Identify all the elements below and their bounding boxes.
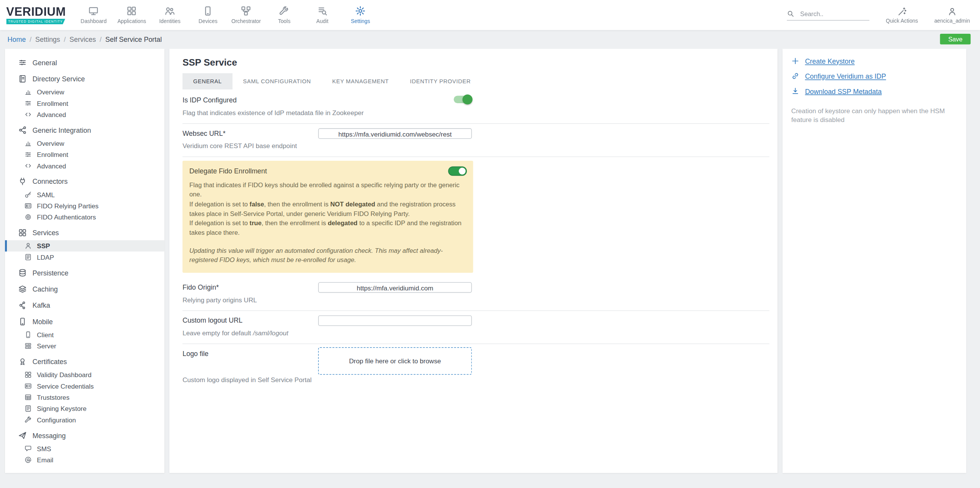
sidebar-item-truststores[interactable]: Truststores	[5, 392, 164, 403]
sidebar-item-general[interactable]: General	[5, 56, 164, 69]
sidebar-item-label: SSP	[37, 242, 50, 250]
action-links: Create KeystoreConfigure Veridium as IDP…	[791, 57, 958, 95]
breadcrumb-item-home[interactable]: Home	[8, 36, 26, 43]
dropzone-label: Drop file here or click to browse	[349, 358, 441, 365]
gear-icon	[355, 6, 366, 16]
link-create-keystore[interactable]: Create Keystore	[791, 57, 958, 65]
sidebar-item-ssp[interactable]: SSP	[5, 240, 164, 251]
nav-item-identities[interactable]: Identities	[151, 6, 189, 25]
phone-icon	[18, 317, 27, 326]
nav-item-label: Tools	[278, 18, 290, 24]
fido-origin-input[interactable]	[318, 282, 472, 293]
sidebar-item-overview[interactable]: Overview	[5, 138, 164, 149]
sidebar-item-connectors[interactable]: Connectors	[5, 175, 164, 188]
content: GeneralDirectory ServiceOverviewEnrollme…	[0, 49, 980, 473]
ssp-general-form: Is IDP Configured Flag that indicates ex…	[169, 91, 778, 398]
user-menu[interactable]: aencica_admin	[934, 7, 970, 23]
search-input[interactable]	[799, 10, 864, 18]
websec-url-input[interactable]	[318, 128, 472, 139]
sidebar-item-mobile[interactable]: Mobile	[5, 315, 164, 328]
sidebar-item-saml[interactable]: SAML	[5, 189, 164, 200]
layers-icon	[18, 285, 27, 293]
field-websec-url: Websec URL* Veridium core REST API base …	[182, 124, 769, 157]
grid-icon	[126, 6, 137, 16]
sidebar-item-enrollment[interactable]: Enrollment	[5, 149, 164, 160]
tab-key-management[interactable]: KEY MANAGEMENT	[322, 73, 399, 89]
table-icon	[25, 394, 32, 401]
grid-icon	[18, 228, 27, 237]
sidebar-item-ldap[interactable]: LDAP	[5, 252, 164, 263]
logo-tagline: TRUSTED DIGITAL IDENTITY	[6, 19, 65, 25]
chat-icon	[25, 445, 32, 452]
save-button[interactable]: Save	[940, 34, 971, 45]
nav-item-devices[interactable]: Devices	[189, 6, 227, 25]
tab-identity-provider[interactable]: IDENTITY PROVIDER	[399, 73, 481, 89]
sidebar-item-client[interactable]: Client	[5, 329, 164, 340]
breadcrumb-item-services[interactable]: Services	[69, 36, 96, 43]
sidebar-item-validity-dashboard[interactable]: Validity Dashboard	[5, 369, 164, 380]
sidebar-item-label: SAML	[37, 191, 55, 198]
field-description: Leave empty for default /saml/logout	[182, 329, 769, 337]
sidebar-item-directory-service[interactable]: Directory Service	[5, 73, 164, 85]
sidebar-item-label: Truststores	[37, 394, 69, 401]
sidebar-item-signing-keystore[interactable]: Signing Keystore	[5, 403, 164, 414]
is-idp-configured-toggle[interactable]	[454, 96, 472, 104]
sidebar-item-generic-integration[interactable]: Generic Integration	[5, 124, 164, 137]
veridium-logo[interactable]: VERIDIUM TRUSTED DIGITAL IDENTITY	[6, 6, 66, 24]
link-download-ssp-metadata[interactable]: Download SSP Metadata	[791, 87, 958, 95]
sidebar-item-label: Advanced	[37, 111, 66, 119]
sidebar-item-server[interactable]: Server	[5, 340, 164, 351]
field-label: Delegate Fido Enrollment	[189, 167, 469, 175]
sidebar-item-fido-authenticators[interactable]: FIDO Authenticators	[5, 211, 164, 223]
page: VERIDIUM TRUSTED DIGITAL IDENTITY Dashbo…	[0, 0, 980, 488]
nav-item-label: Orchestrator	[231, 18, 261, 24]
field-description: Flag that indicates existence of IdP met…	[182, 109, 769, 117]
nav-item-audit[interactable]: Audit	[303, 6, 341, 25]
nav-item-dashboard[interactable]: Dashboard	[75, 6, 113, 25]
sidebar-item-kafka[interactable]: Kafka	[5, 299, 164, 312]
book-icon	[18, 74, 27, 83]
sidebar-item-advanced[interactable]: Advanced	[5, 160, 164, 171]
nav-item-label: Dashboard	[80, 18, 107, 24]
delegate-fido-toggle[interactable]	[448, 167, 467, 176]
username-label: aencica_admin	[934, 17, 970, 23]
field-label: Fido Origin*	[182, 284, 769, 291]
phone-icon	[25, 331, 32, 339]
quick-actions-button[interactable]: Quick Actions	[886, 7, 918, 23]
sidebar-item-certificates[interactable]: Certificates	[5, 355, 164, 368]
tab-saml-configuration[interactable]: SAML CONFIGURATION	[232, 73, 322, 89]
sidebar-item-service-credentials[interactable]: Service Credentials	[5, 380, 164, 391]
sidebar-item-fido-relying-parties[interactable]: FIDO Relying Parties	[5, 200, 164, 211]
sidebar-item-persistence[interactable]: Persistence	[5, 267, 164, 279]
sidebar-item-sms[interactable]: SMS	[5, 443, 164, 454]
target-icon	[25, 213, 32, 221]
sidebar-item-label: FIDO Authenticators	[37, 213, 96, 221]
field-description: Veridium core REST API base endpoint	[182, 142, 769, 150]
sidebar-item-configuration[interactable]: Configuration	[5, 414, 164, 425]
sidebar-item-overview[interactable]: Overview	[5, 86, 164, 97]
sidebar-item-services[interactable]: Services	[5, 226, 164, 239]
sidebar-item-messaging[interactable]: Messaging	[5, 429, 164, 442]
sidebar-item-label: Persistence	[33, 269, 69, 277]
nav-item-tools[interactable]: Tools	[265, 6, 303, 25]
logo-file-dropzone[interactable]: Drop file here or click to browse	[318, 348, 472, 375]
tab-general[interactable]: GENERAL	[182, 73, 232, 89]
sidebar-item-advanced[interactable]: Advanced	[5, 109, 164, 120]
main-nav: DashboardApplicationsIdentitiesDevicesOr…	[75, 0, 380, 30]
sidebar-item-label: FIDO Relying Parties	[37, 202, 98, 210]
tools-icon	[279, 6, 290, 16]
sidebar-item-caching[interactable]: Caching	[5, 283, 164, 295]
link-configure-veridium-as-idp[interactable]: Configure Veridium as IDP	[791, 72, 958, 80]
nav-item-label: Audit	[316, 18, 328, 24]
page-title: SSP Service	[169, 49, 778, 73]
sidebar-item-email[interactable]: Email	[5, 454, 164, 465]
sidebar-item-enrollment[interactable]: Enrollment	[5, 97, 164, 109]
nav-item-applications[interactable]: Applications	[113, 6, 151, 25]
nav-item-orchestrator[interactable]: Orchestrator	[227, 6, 265, 25]
list-icon	[25, 253, 32, 261]
nav-item-settings[interactable]: Settings	[341, 6, 379, 25]
custom-logout-url-input[interactable]	[318, 316, 472, 326]
main-panel: SSP Service GENERALSAML CONFIGURATIONKEY…	[169, 49, 778, 473]
breadcrumb-item-settings[interactable]: Settings	[35, 36, 60, 43]
settings-sidebar: GeneralDirectory ServiceOverviewEnrollme…	[5, 49, 164, 473]
